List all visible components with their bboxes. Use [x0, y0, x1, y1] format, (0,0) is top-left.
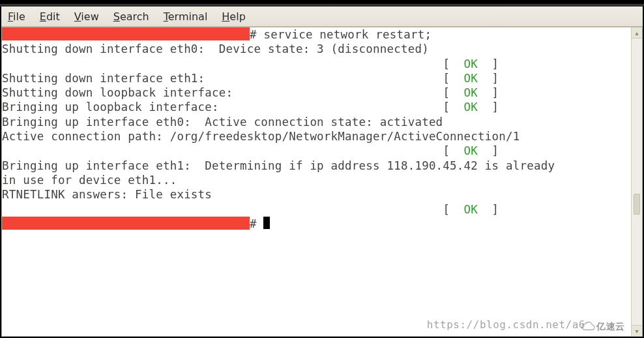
ok-3: OK — [464, 72, 478, 85]
rb8: ] — [478, 144, 499, 157]
output-line-1: Shutting down interface eth0: Device sta… — [2, 42, 631, 56]
terminal-output[interactable]: # service network restart; Shutting down… — [2, 27, 631, 336]
menu-terminal[interactable]: Terminal — [164, 10, 208, 23]
output-line-5: Bringing up loopback interface: [ OK ] — [2, 100, 631, 114]
lb2: [ — [443, 57, 463, 70]
watermark-logo-text: 亿速云 — [596, 319, 624, 333]
ok-12: OK — [464, 203, 478, 216]
rb2: ] — [478, 57, 499, 70]
txt5: Bringing up loopback interface: — [2, 100, 422, 114]
menu-search[interactable]: Search — [113, 10, 149, 23]
lb8: [ — [443, 144, 463, 157]
output-line-11: RTNETLINK answers: File exists — [2, 187, 631, 202]
output-line-3: Shutting down interface eth1: [ OK ] — [2, 71, 631, 85]
lb5: [ — [443, 100, 463, 114]
vertical-scrollbar[interactable]: ▴ ▾ — [631, 27, 642, 336]
watermark-text: https://blog.csdn.net/a6 — [427, 318, 585, 332]
command-text: service network restart; — [263, 28, 432, 41]
rb5: ] — [478, 100, 499, 114]
txt3: Shutting down interface eth1: — [2, 72, 422, 85]
pad-2 — [2, 57, 422, 70]
menu-file[interactable]: File — [8, 10, 25, 23]
rb3: ] — [478, 72, 499, 85]
menubar: File Edit View Search Terminal Help — [1, 7, 643, 27]
pad-8 — [2, 144, 422, 157]
redacted-hostname-2 — [2, 217, 250, 230]
prompt-line-1: # service network restart; — [2, 27, 631, 42]
terminal-window: File Edit View Search Terminal Help # se… — [0, 0, 644, 338]
scrollbar-up-arrow[interactable]: ▴ — [632, 27, 642, 38]
menu-view[interactable]: View — [74, 10, 99, 23]
lb12: [ — [443, 203, 463, 216]
ok-5: OK — [464, 100, 478, 114]
prompt-line-2: # — [2, 217, 631, 231]
output-line-9: Bringing up interface eth1: Determining … — [2, 159, 631, 173]
output-line-7: Active connection path: /org/freedesktop… — [2, 129, 631, 144]
menu-help[interactable]: Help — [222, 10, 245, 23]
cloud-icon — [581, 319, 595, 333]
lb4: [ — [443, 86, 463, 99]
pad-12 — [2, 203, 422, 216]
rb12: ] — [478, 203, 499, 216]
ok-4: OK — [464, 86, 478, 99]
rb4: ] — [478, 86, 499, 99]
lb3: [ — [443, 72, 463, 85]
output-line-6: Bringing up interface eth0: Active conne… — [2, 115, 631, 129]
output-line-10: in use for device eth1... — [2, 173, 631, 187]
output-line-8: [ OK ] — [2, 144, 631, 158]
ok-8: OK — [464, 144, 478, 157]
ok-2: OK — [464, 57, 478, 70]
prompt-suffix-2: # — [250, 217, 263, 230]
txt4: Shutting down loopback interface: — [2, 86, 422, 99]
output-line-2: [ OK ] — [2, 57, 631, 71]
prompt-suffix-1: # — [250, 28, 263, 41]
redacted-hostname-1 — [2, 27, 250, 40]
terminal-frame: # service network restart; Shutting down… — [1, 27, 643, 337]
watermark-logo: 亿速云 — [581, 319, 624, 333]
scrollbar-down-arrow[interactable]: ▾ — [632, 325, 642, 336]
menu-edit[interactable]: Edit — [40, 10, 60, 23]
output-line-12: [ OK ] — [2, 202, 631, 217]
cursor — [263, 217, 270, 229]
scrollbar-thumb[interactable] — [634, 194, 640, 215]
output-line-4: Shutting down loopback interface: [ OK ] — [2, 85, 631, 100]
